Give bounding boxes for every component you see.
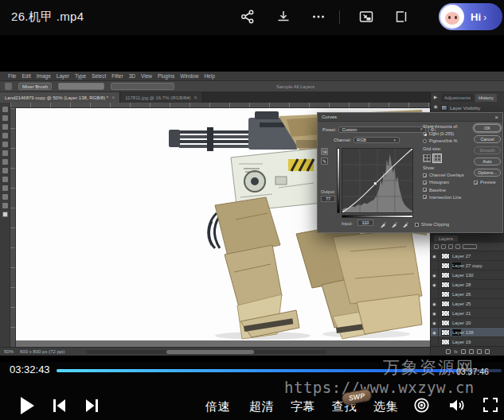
episodes-button[interactable]: 选集	[373, 399, 398, 414]
ps-menu-item[interactable]: Filter	[111, 73, 123, 79]
layer-visibility-icon[interactable]: ◉	[431, 328, 439, 337]
radio-pigment[interactable]: Pigment/Ink %	[423, 138, 472, 143]
horizontal-scrollbar[interactable]	[87, 350, 326, 354]
show-clipping-checkbox[interactable]: Show Clipping	[415, 222, 449, 227]
layer-thumbnail	[441, 262, 450, 269]
radio-light[interactable]: Light (0-255)	[423, 131, 472, 136]
layer-visibility-icon[interactable]	[431, 337, 439, 347]
ps-menu-item[interactable]: Help	[204, 73, 214, 79]
curve-pencil-tool-icon[interactable]: ✎	[321, 158, 328, 165]
fullscreen-icon[interactable]	[483, 397, 498, 413]
find-button[interactable]: 查找	[332, 399, 357, 414]
layer-visibility-icon[interactable]: ◉	[431, 251, 439, 261]
show-option-checkbox[interactable]: ✓Baseline	[423, 188, 472, 192]
subtitles-button[interactable]: 字幕	[291, 399, 315, 414]
speed-button[interactable]: 倍速	[205, 399, 230, 414]
volume-icon[interactable]	[447, 397, 465, 414]
layer-row[interactable]: ◉ Layer 138	[431, 328, 504, 337]
account-button[interactable]: Hi ›	[439, 3, 502, 30]
mini-window-icon[interactable]	[393, 9, 409, 25]
mode-dropdown[interactable]	[58, 83, 104, 90]
output-value[interactable]: 77	[321, 196, 335, 202]
layer-visibility-icon[interactable]: ◉	[431, 299, 439, 309]
preview-checkbox[interactable]: ✓Preview	[474, 180, 501, 185]
ps-menu-item[interactable]: Edit	[21, 73, 30, 79]
white-point-eyedropper-icon[interactable]	[402, 221, 408, 228]
zoom-level[interactable]: 50%	[4, 349, 14, 354]
video-frame[interactable]: FileEditImageLayerTypeSelectFilter3DView…	[0, 35, 504, 362]
ps-menu-item[interactable]: Image	[37, 73, 51, 79]
history-item[interactable]: Layer Visibility	[441, 103, 503, 112]
quality-button[interactable]: 超清	[249, 399, 274, 414]
grid-size-label: Grid size:	[423, 146, 472, 151]
layer-row[interactable]: ◉ Layer 25	[431, 299, 504, 309]
layer-row[interactable]: ◉ Layer 27	[431, 251, 504, 261]
foreground-color-swatch	[2, 212, 8, 217]
show-option-checkbox[interactable]: ✓Histogram	[423, 180, 472, 185]
tab-close-icon[interactable]: ×	[111, 95, 115, 100]
ps-menu-item[interactable]: File	[8, 73, 16, 79]
ok-button[interactable]: OK	[474, 124, 501, 132]
show-option-checkbox[interactable]: ✓Intersection Line	[423, 195, 472, 200]
cancel-button[interactable]: Cancel	[474, 135, 501, 143]
tab-layers[interactable]: Layers	[434, 235, 458, 242]
ps-menubar: FileEditImageLayerTypeSelectFilter3DView…	[0, 72, 504, 81]
grid-simple-button[interactable]	[423, 154, 431, 162]
options-button[interactable]: Options...	[474, 169, 501, 177]
layer-row[interactable]: ◉ Layer 28	[431, 280, 504, 290]
tab-close-icon[interactable]: ×	[194, 95, 197, 100]
curves-graph[interactable]	[342, 148, 413, 213]
more-icon[interactable]	[311, 9, 326, 25]
layer-row[interactable]: ◉ Layer 20	[431, 318, 504, 328]
brush-settings-box[interactable]	[111, 83, 174, 90]
layer-visibility-icon[interactable]: ◉	[431, 280, 439, 290]
tab-adjustments[interactable]: Adjustments	[441, 94, 474, 102]
layers-filter-row[interactable]	[431, 243, 504, 251]
ps-menu-item[interactable]: Window	[180, 73, 198, 79]
dialog-close-icon[interactable]: ×	[494, 114, 498, 121]
ps-menu-item[interactable]: Select	[92, 73, 106, 79]
layer-row[interactable]: Layer 27 copy	[431, 261, 504, 270]
layer-visibility-icon[interactable]: ◉	[431, 270, 439, 280]
tool-preset-dropdown[interactable]: Mixer Brush	[18, 83, 52, 90]
input-value[interactable]: 110	[357, 220, 373, 226]
player-controls: 03:32:43 03:37:46 倍速 超清 字幕 查找 选集	[0, 362, 504, 420]
ps-toolbar[interactable]	[0, 103, 10, 347]
play-button[interactable]	[18, 395, 37, 416]
curve-point-tool-icon[interactable]: ↝	[321, 148, 328, 155]
ps-doc-tab[interactable]: 117811.jpg @ 16.7% (RGB/8#)×	[120, 92, 202, 103]
preset-dropdown[interactable]: Custom▼	[338, 126, 426, 133]
layer-visibility-icon[interactable]	[431, 261, 439, 270]
record-target-icon[interactable]	[413, 397, 430, 414]
layer-visibility-icon[interactable]: ◉	[431, 309, 439, 318]
channel-dropdown[interactable]: RGB▼	[354, 137, 400, 143]
pip-icon[interactable]	[358, 9, 374, 25]
brush-tool-icon[interactable]	[5, 83, 12, 90]
share-icon[interactable]	[240, 9, 256, 25]
grid-detailed-button[interactable]	[433, 154, 441, 162]
progress-bar[interactable]	[57, 369, 502, 372]
ps-menu-item[interactable]: Layer	[57, 73, 69, 79]
ps-menu-item[interactable]: View	[141, 73, 152, 79]
ps-menu-item[interactable]: Plugins	[158, 73, 174, 79]
next-button[interactable]	[84, 398, 100, 414]
auto-button[interactable]: Auto	[474, 158, 501, 165]
previous-button[interactable]	[51, 398, 67, 414]
scrollbar-thumb[interactable]	[166, 350, 254, 354]
tab-history[interactable]: History	[475, 94, 497, 102]
layer-row[interactable]: ◉ Layer 21	[431, 309, 504, 318]
layer-row[interactable]: Layer 26	[431, 290, 504, 299]
layer-thumbnail	[441, 253, 450, 259]
gray-point-eyedropper-icon[interactable]	[391, 221, 397, 228]
ps-menu-item[interactable]: Type	[75, 73, 86, 79]
smooth-button[interactable]: Smooth	[474, 146, 501, 154]
layer-visibility-icon[interactable]: ◉	[431, 318, 439, 328]
show-option-checkbox[interactable]: ✓Channel Overlays	[423, 173, 472, 177]
ps-menu-item[interactable]: 3D	[129, 73, 135, 79]
black-point-eyedropper-icon[interactable]	[380, 221, 386, 228]
download-icon[interactable]	[275, 9, 291, 25]
layer-row[interactable]: ◉ Layer 130	[431, 270, 504, 280]
ps-doc-tab-active[interactable]: Land2146879 copy @ 50% (Layer 138, RGB/8…	[0, 92, 120, 103]
layers-panel-actions[interactable]: fx	[431, 346, 504, 356]
layer-visibility-icon[interactable]	[431, 290, 439, 299]
